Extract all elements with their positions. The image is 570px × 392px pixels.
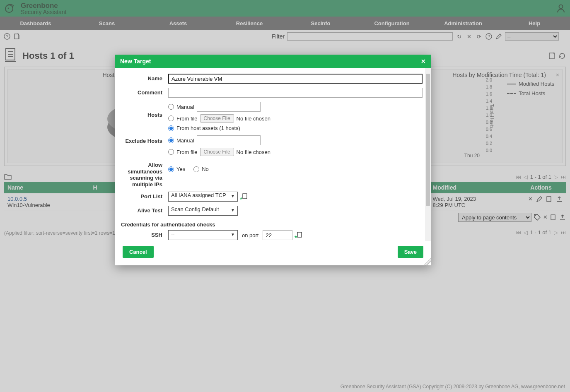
exclude-file-radio[interactable]: [168, 149, 174, 155]
hosts-file-label: From file: [176, 115, 198, 122]
exclude-file-label: From file: [176, 149, 198, 155]
hosts-assets-label: From host assets (1 hosts): [176, 125, 240, 131]
hosts-choose-file-button[interactable]: Choose File: [200, 114, 234, 123]
dialog-scrollbar[interactable]: [425, 68, 431, 241]
dialog-close-icon[interactable]: ✕: [421, 58, 426, 65]
ssh-port-input[interactable]: [263, 230, 292, 240]
exclude-nofile-text: No file chosen: [237, 149, 271, 155]
hosts-file-radio[interactable]: [168, 115, 174, 121]
exclude-manual-radio[interactable]: [168, 137, 174, 143]
label-name: Name: [119, 74, 168, 82]
ssh-cred-new-icon[interactable]: [297, 231, 304, 239]
credentials-section-header: Credentials for authenticated checks: [121, 221, 423, 228]
onport-label: on port: [242, 232, 258, 238]
portlist-select[interactable]: All IANA assigned TCP: [168, 192, 238, 202]
simul-no-radio[interactable]: [193, 166, 199, 172]
cancel-button[interactable]: Cancel: [123, 246, 154, 258]
exclude-manual-input[interactable]: [197, 135, 261, 145]
portlist-new-icon[interactable]: [242, 193, 249, 200]
svg-rect-21: [297, 232, 302, 237]
alive-select[interactable]: Scan Config Default: [168, 206, 238, 216]
label-simultaneous: Allow simultaneous scanning via multiple…: [119, 160, 168, 188]
label-hosts: Hosts: [119, 102, 168, 118]
hosts-manual-label: Manual: [176, 104, 194, 110]
simul-yes-label: Yes: [176, 166, 185, 172]
new-target-dialog: New Target ✕ Name Comment Hosts Manual: [115, 55, 431, 265]
comment-input[interactable]: [168, 88, 423, 98]
label-alive: Alive Test: [119, 206, 168, 214]
hosts-manual-input[interactable]: [197, 102, 261, 112]
name-input[interactable]: [168, 74, 423, 84]
save-button[interactable]: Save: [398, 246, 423, 258]
exclude-choose-file-button[interactable]: Choose File: [200, 148, 234, 156]
label-portlist: Port List: [119, 192, 168, 200]
dialog-title: New Target: [120, 58, 151, 65]
hosts-manual-radio[interactable]: [168, 104, 174, 110]
hosts-nofile-text: No file chosen: [237, 115, 271, 122]
label-ssh: SSH: [119, 230, 168, 238]
label-exclude: Exclude Hosts: [119, 135, 168, 144]
simul-yes-radio[interactable]: [168, 166, 174, 172]
exclude-manual-label: Manual: [176, 137, 194, 144]
dialog-resize-grip[interactable]: [423, 258, 431, 265]
svg-rect-20: [243, 194, 247, 199]
ssh-cred-select[interactable]: --: [168, 230, 238, 240]
label-comment: Comment: [119, 88, 168, 96]
dialog-header: New Target ✕: [115, 55, 431, 68]
simul-no-label: No: [202, 166, 209, 172]
hosts-assets-radio[interactable]: [168, 125, 174, 131]
